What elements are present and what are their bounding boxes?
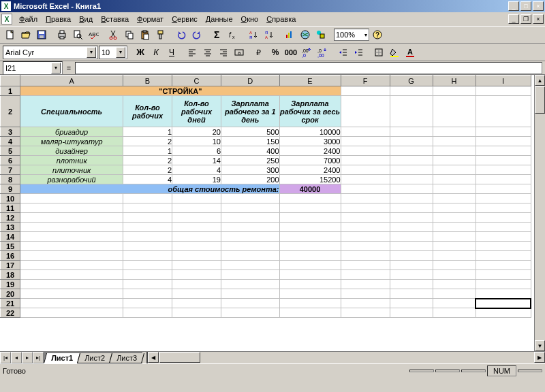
col-header-G[interactable]: G: [390, 76, 433, 86]
col-header-B[interactable]: B: [123, 76, 172, 86]
cell-C4[interactable]: 10: [172, 137, 221, 146]
cell-B8[interactable]: 4: [123, 175, 172, 184]
cell-G6[interactable]: [390, 156, 433, 165]
cut-button[interactable]: [106, 27, 121, 42]
cell-C2[interactable]: Кол-во рабочих дней: [172, 96, 221, 127]
last-sheet-button[interactable]: ▸|: [33, 352, 44, 363]
cell-A22[interactable]: [20, 308, 123, 318]
cell-I4[interactable]: [476, 137, 531, 146]
cell-I19[interactable]: [476, 280, 531, 289]
cell-G17[interactable]: [390, 261, 433, 270]
cell-I20[interactable]: [476, 289, 531, 299]
underline-button[interactable]: Ч: [164, 45, 179, 60]
cell-D13[interactable]: [221, 223, 280, 232]
cell-C3[interactable]: 20: [172, 127, 221, 137]
cell-A9[interactable]: общая стоимость ремонта:: [20, 184, 279, 194]
copy-button[interactable]: [122, 27, 137, 42]
minimize-button[interactable]: _: [508, 1, 519, 11]
row-header-8[interactable]: 8: [1, 175, 20, 184]
cell-H19[interactable]: [433, 280, 476, 289]
cell-F2[interactable]: [341, 96, 390, 127]
cell-E11[interactable]: [279, 203, 341, 213]
cell-I7[interactable]: [476, 165, 531, 175]
cell-E8[interactable]: 15200: [279, 175, 341, 184]
map-button[interactable]: [298, 27, 313, 42]
cell-C11[interactable]: [172, 203, 221, 213]
decrease-indent-button[interactable]: [335, 45, 350, 60]
cell-C7[interactable]: 4: [172, 165, 221, 175]
cell-A16[interactable]: [20, 251, 123, 261]
col-header-F[interactable]: F: [341, 76, 390, 86]
cell-H9[interactable]: [433, 184, 476, 194]
align-left-button[interactable]: [185, 45, 200, 60]
increase-indent-button[interactable]: [351, 45, 366, 60]
cell-G11[interactable]: [390, 203, 433, 213]
cell-B11[interactable]: [123, 203, 172, 213]
cell-A14[interactable]: [20, 232, 123, 242]
row-header-21[interactable]: 21: [1, 299, 20, 308]
cell-I6[interactable]: [476, 156, 531, 165]
cell-H12[interactable]: [433, 213, 476, 223]
col-header-C[interactable]: C: [172, 76, 221, 86]
row-header-9[interactable]: 9: [1, 184, 20, 194]
row-header-17[interactable]: 17: [1, 261, 20, 270]
cell-I3[interactable]: [476, 127, 531, 137]
cell-B7[interactable]: 2: [123, 165, 172, 175]
cell-H11[interactable]: [433, 203, 476, 213]
cell-H16[interactable]: [433, 251, 476, 261]
cell-G12[interactable]: [390, 213, 433, 223]
cell-C22[interactable]: [172, 308, 221, 318]
row-header-20[interactable]: 20: [1, 289, 20, 299]
next-sheet-button[interactable]: ▸: [22, 352, 33, 363]
cell-I8[interactable]: [476, 175, 531, 184]
cell-B16[interactable]: [123, 251, 172, 261]
cell-D4[interactable]: 150: [221, 137, 280, 146]
cell-A7[interactable]: плиточник: [20, 165, 123, 175]
cell-F22[interactable]: [341, 308, 390, 318]
cell-E10[interactable]: [279, 194, 341, 203]
cell-C15[interactable]: [172, 242, 221, 251]
help-button[interactable]: ?: [370, 27, 385, 42]
cell-B12[interactable]: [123, 213, 172, 223]
vscroll-thumb[interactable]: [535, 86, 545, 114]
mdi-restore-button[interactable]: ❐: [520, 14, 531, 24]
scroll-left-button[interactable]: ◀: [148, 352, 159, 363]
row-header-6[interactable]: 6: [1, 156, 20, 165]
cell-B19[interactable]: [123, 280, 172, 289]
fill-color-button[interactable]: [387, 45, 402, 60]
cell-H4[interactable]: [433, 137, 476, 146]
cell-H21[interactable]: [433, 299, 476, 308]
cell-E9[interactable]: 40000: [279, 184, 341, 194]
cell-G20[interactable]: [390, 289, 433, 299]
cell-B4[interactable]: 2: [123, 137, 172, 146]
cell-C18[interactable]: [172, 270, 221, 280]
cell-G8[interactable]: [390, 175, 433, 184]
row-header-1[interactable]: 1: [1, 86, 20, 96]
row-header-15[interactable]: 15: [1, 242, 20, 251]
cell-C10[interactable]: [172, 194, 221, 203]
row-header-7[interactable]: 7: [1, 165, 20, 175]
spreadsheet-grid[interactable]: ABCDEFGHI1"СТРОЙКА"2СпециальностьКол-во …: [0, 75, 531, 318]
cell-G13[interactable]: [390, 223, 433, 232]
font-size-combo[interactable]: 10▾: [99, 46, 127, 59]
menu-файл[interactable]: Файл: [15, 14, 42, 24]
cell-B3[interactable]: 1: [123, 127, 172, 137]
chart-wizard-button[interactable]: [282, 27, 297, 42]
row-header-2[interactable]: 2: [1, 96, 20, 127]
cell-C17[interactable]: [172, 261, 221, 270]
cell-H17[interactable]: [433, 261, 476, 270]
cell-A18[interactable]: [20, 270, 123, 280]
autosum-button[interactable]: Σ: [210, 27, 225, 42]
cell-E12[interactable]: [279, 213, 341, 223]
hscroll-thumb[interactable]: [159, 352, 200, 363]
menu-вставка[interactable]: Вставка: [97, 14, 133, 24]
cell-G22[interactable]: [390, 308, 433, 318]
cell-B21[interactable]: [123, 299, 172, 308]
prev-sheet-button[interactable]: ◂: [11, 352, 22, 363]
cell-B14[interactable]: [123, 232, 172, 242]
cell-I13[interactable]: [476, 223, 531, 232]
cell-G10[interactable]: [390, 194, 433, 203]
cell-D16[interactable]: [221, 251, 280, 261]
cell-A4[interactable]: маляр-штукатур: [20, 137, 123, 146]
cell-H5[interactable]: [433, 146, 476, 156]
